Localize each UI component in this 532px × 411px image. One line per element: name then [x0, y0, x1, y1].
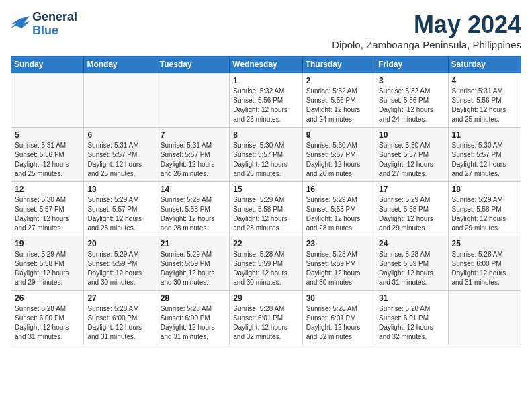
day-number: 6: [87, 130, 152, 140]
day-number: 18: [452, 185, 517, 194]
day-number: 14: [161, 185, 226, 194]
day-info: Sunrise: 5:29 AMSunset: 5:58 PMDaylight:…: [452, 195, 517, 233]
day-info: Sunrise: 5:29 AMSunset: 5:58 PMDaylight:…: [233, 195, 298, 233]
calendar-cell: 15Sunrise: 5:29 AMSunset: 5:58 PMDayligh…: [230, 182, 302, 236]
calendar-cell: 26Sunrise: 5:28 AMSunset: 6:00 PMDayligh…: [11, 291, 84, 345]
day-info: Sunrise: 5:28 AMSunset: 6:00 PMDaylight:…: [161, 304, 226, 342]
day-info: Sunrise: 5:28 AMSunset: 6:01 PMDaylight:…: [306, 304, 371, 342]
day-number: 4: [452, 76, 517, 85]
day-info: Sunrise: 5:32 AMSunset: 5:56 PMDaylight:…: [306, 87, 371, 124]
day-info: Sunrise: 5:29 AMSunset: 5:58 PMDaylight:…: [161, 195, 226, 233]
day-info: Sunrise: 5:30 AMSunset: 5:57 PMDaylight:…: [233, 141, 298, 179]
day-number: 19: [15, 239, 80, 248]
title-block: May 2024 Dipolo, Zamboanga Peninsula, Ph…: [332, 11, 521, 50]
day-info: Sunrise: 5:28 AMSunset: 6:01 PMDaylight:…: [379, 304, 444, 342]
svg-marker-0: [11, 16, 30, 28]
day-number: 25: [452, 239, 517, 248]
calendar-cell: 24Sunrise: 5:28 AMSunset: 5:59 PMDayligh…: [375, 236, 448, 291]
weekday-header-friday: Friday: [375, 56, 448, 73]
calendar-cell: 20Sunrise: 5:29 AMSunset: 5:59 PMDayligh…: [84, 236, 157, 291]
calendar-cell: 10Sunrise: 5:30 AMSunset: 5:57 PMDayligh…: [375, 128, 448, 182]
calendar-cell: 12Sunrise: 5:30 AMSunset: 5:57 PMDayligh…: [11, 182, 84, 236]
calendar-cell: 23Sunrise: 5:28 AMSunset: 5:59 PMDayligh…: [302, 236, 375, 291]
day-number: 16: [306, 185, 371, 194]
calendar-cell: 19Sunrise: 5:29 AMSunset: 5:58 PMDayligh…: [11, 236, 84, 291]
day-number: 3: [379, 76, 444, 85]
day-info: Sunrise: 5:28 AMSunset: 6:01 PMDaylight:…: [233, 304, 298, 342]
day-number: 1: [233, 76, 298, 85]
day-number: 11: [452, 130, 517, 140]
day-number: 31: [379, 293, 444, 303]
calendar-cell: 30Sunrise: 5:28 AMSunset: 6:01 PMDayligh…: [302, 291, 375, 345]
calendar-week-row: 26Sunrise: 5:28 AMSunset: 6:00 PMDayligh…: [11, 291, 521, 345]
calendar-cell: 13Sunrise: 5:29 AMSunset: 5:57 PMDayligh…: [84, 182, 157, 236]
day-info: Sunrise: 5:30 AMSunset: 5:57 PMDaylight:…: [306, 141, 371, 179]
weekday-header-thursday: Thursday: [302, 56, 375, 73]
day-number: 28: [161, 293, 226, 303]
weekday-header-tuesday: Tuesday: [157, 56, 229, 73]
calendar-cell: 14Sunrise: 5:29 AMSunset: 5:58 PMDayligh…: [157, 182, 229, 236]
day-number: 20: [87, 239, 152, 248]
calendar-cell: 22Sunrise: 5:28 AMSunset: 5:59 PMDayligh…: [230, 236, 302, 291]
day-info: Sunrise: 5:30 AMSunset: 5:57 PMDaylight:…: [15, 195, 80, 233]
day-number: 13: [87, 185, 152, 194]
day-number: 7: [161, 130, 226, 140]
day-info: Sunrise: 5:29 AMSunset: 5:58 PMDaylight:…: [15, 250, 80, 287]
calendar-cell: 21Sunrise: 5:29 AMSunset: 5:59 PMDayligh…: [157, 236, 229, 291]
calendar-cell: [84, 73, 157, 128]
day-info: Sunrise: 5:31 AMSunset: 5:57 PMDaylight:…: [161, 141, 226, 179]
logo-line2: Blue: [32, 24, 77, 38]
day-number: 10: [379, 130, 444, 140]
calendar-week-row: 1Sunrise: 5:32 AMSunset: 5:56 PMDaylight…: [11, 73, 521, 128]
calendar-cell: 3Sunrise: 5:32 AMSunset: 5:56 PMDaylight…: [375, 73, 448, 128]
calendar-cell: 8Sunrise: 5:30 AMSunset: 5:57 PMDaylight…: [230, 128, 302, 182]
day-info: Sunrise: 5:31 AMSunset: 5:57 PMDaylight:…: [87, 141, 152, 179]
calendar-cell: 29Sunrise: 5:28 AMSunset: 6:01 PMDayligh…: [230, 291, 302, 345]
day-info: Sunrise: 5:30 AMSunset: 5:57 PMDaylight:…: [379, 141, 444, 179]
calendar-cell: 11Sunrise: 5:30 AMSunset: 5:57 PMDayligh…: [448, 128, 521, 182]
calendar-table: SundayMondayTuesdayWednesdayThursdayFrid…: [11, 56, 521, 345]
day-info: Sunrise: 5:29 AMSunset: 5:59 PMDaylight:…: [87, 250, 152, 287]
day-number: 5: [15, 130, 80, 140]
page-header: General Blue May 2024 Dipolo, Zamboanga …: [11, 11, 521, 50]
calendar-week-row: 19Sunrise: 5:29 AMSunset: 5:58 PMDayligh…: [11, 236, 521, 291]
day-info: Sunrise: 5:29 AMSunset: 5:59 PMDaylight:…: [161, 250, 226, 287]
day-number: 9: [306, 130, 371, 140]
day-number: 24: [379, 239, 444, 248]
weekday-header-sunday: Sunday: [11, 56, 84, 73]
calendar-cell: 7Sunrise: 5:31 AMSunset: 5:57 PMDaylight…: [157, 128, 229, 182]
day-info: Sunrise: 5:30 AMSunset: 5:57 PMDaylight:…: [452, 141, 517, 179]
day-number: 27: [87, 293, 152, 303]
logo: General Blue: [11, 11, 77, 38]
calendar-cell: 6Sunrise: 5:31 AMSunset: 5:57 PMDaylight…: [84, 128, 157, 182]
day-info: Sunrise: 5:28 AMSunset: 6:00 PMDaylight:…: [15, 304, 80, 342]
calendar-cell: 5Sunrise: 5:31 AMSunset: 5:56 PMDaylight…: [11, 128, 84, 182]
calendar-cell: 2Sunrise: 5:32 AMSunset: 5:56 PMDaylight…: [302, 73, 375, 128]
calendar-cell: 16Sunrise: 5:29 AMSunset: 5:58 PMDayligh…: [302, 182, 375, 236]
calendar-cell: 9Sunrise: 5:30 AMSunset: 5:57 PMDaylight…: [302, 128, 375, 182]
day-number: 23: [306, 239, 371, 248]
calendar-cell: 27Sunrise: 5:28 AMSunset: 6:00 PMDayligh…: [84, 291, 157, 345]
day-info: Sunrise: 5:29 AMSunset: 5:58 PMDaylight:…: [306, 195, 371, 233]
calendar-cell: 28Sunrise: 5:28 AMSunset: 6:00 PMDayligh…: [157, 291, 229, 345]
calendar-cell: 4Sunrise: 5:31 AMSunset: 5:56 PMDaylight…: [448, 73, 521, 128]
day-number: 2: [306, 76, 371, 85]
day-number: 22: [233, 239, 298, 248]
calendar-cell: 1Sunrise: 5:32 AMSunset: 5:56 PMDaylight…: [230, 73, 302, 128]
day-info: Sunrise: 5:32 AMSunset: 5:56 PMDaylight:…: [233, 87, 298, 124]
day-number: 15: [233, 185, 298, 194]
day-number: 30: [306, 293, 371, 303]
day-number: 8: [233, 130, 298, 140]
calendar-week-row: 12Sunrise: 5:30 AMSunset: 5:57 PMDayligh…: [11, 182, 521, 236]
calendar-cell: 31Sunrise: 5:28 AMSunset: 6:01 PMDayligh…: [375, 291, 448, 345]
day-info: Sunrise: 5:28 AMSunset: 6:00 PMDaylight:…: [452, 250, 517, 287]
day-info: Sunrise: 5:29 AMSunset: 5:57 PMDaylight:…: [87, 195, 152, 233]
subtitle: Dipolo, Zamboanga Peninsula, Philippines: [332, 39, 521, 50]
day-info: Sunrise: 5:28 AMSunset: 5:59 PMDaylight:…: [379, 250, 444, 287]
day-info: Sunrise: 5:31 AMSunset: 5:56 PMDaylight:…: [15, 141, 80, 179]
calendar-cell: 25Sunrise: 5:28 AMSunset: 6:00 PMDayligh…: [448, 236, 521, 291]
day-info: Sunrise: 5:29 AMSunset: 5:58 PMDaylight:…: [379, 195, 444, 233]
day-number: 21: [161, 239, 226, 248]
calendar-cell: [11, 73, 84, 128]
main-title: May 2024: [332, 11, 521, 39]
